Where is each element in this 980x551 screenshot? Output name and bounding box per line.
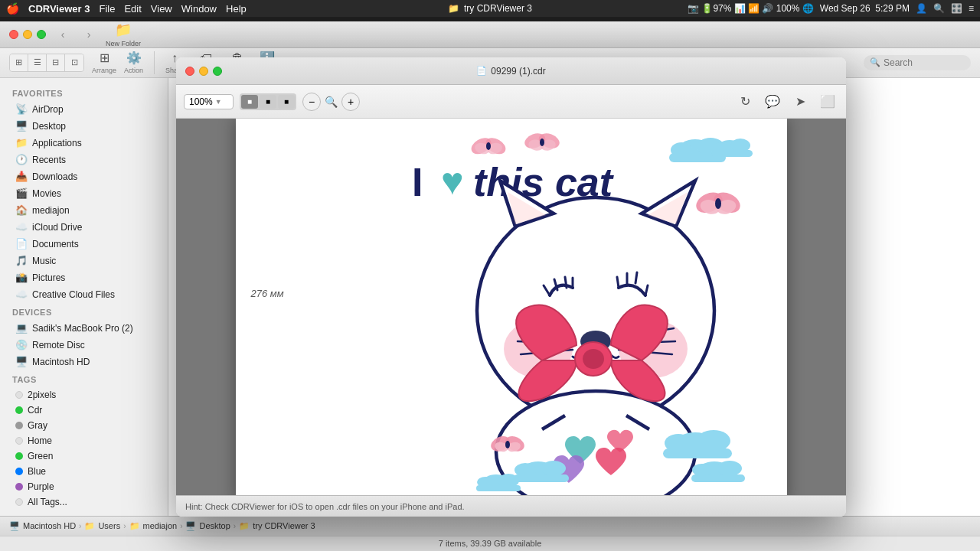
cdr-close-button[interactable] [185, 67, 194, 76]
share-button[interactable]: ➤ [789, 91, 811, 112]
breadcrumb-mediajon[interactable]: mediajon [143, 521, 178, 530]
sidebar-item-recents[interactable]: 🕐 Recents [3, 152, 165, 168]
close-button[interactable] [9, 30, 18, 39]
breadcrumb-macintosh[interactable]: Macintosh HD [23, 521, 76, 530]
menubar-search-icon[interactable]: 🔍 [933, 3, 945, 14]
action-button[interactable]: ⚙️ Action [124, 51, 143, 74]
zoom-display[interactable]: 100% ▼ [184, 94, 234, 109]
sidebar-item-macintosh-hd[interactable]: 🖥️ Macintosh HD [3, 354, 165, 370]
expand-button[interactable]: ⬜ [817, 91, 838, 112]
window-menu[interactable]: Window [181, 3, 217, 15]
sidebar-item-tag-home[interactable]: Home [3, 433, 165, 448]
refresh-button[interactable]: ↻ [734, 91, 756, 112]
list-view-button[interactable]: ☰ [28, 54, 47, 71]
music-label: Music [32, 256, 56, 266]
sidebar-item-pictures[interactable]: 📸 Pictures [3, 269, 165, 286]
svg-line-37 [635, 272, 637, 283]
column-view-button[interactable]: ⊟ [47, 54, 65, 71]
breadcrumb-arrow-4: › [234, 522, 236, 530]
airdrop-label: AirDrop [32, 104, 64, 115]
zoom-controls: − 🔍 + [302, 93, 360, 111]
svg-rect-70 [663, 448, 732, 458]
menubar-control-icon[interactable]: ≡ [969, 3, 974, 14]
search-bar[interactable]: 🔍 [864, 55, 971, 70]
sidebar-item-tag-blue[interactable]: Blue [3, 464, 165, 479]
help-menu[interactable]: Help [226, 3, 247, 15]
cdr-toolbar: 100% ▼ ■ ■ ■ − 🔍 + ↻ 💬 ➤ ⬜ [176, 85, 846, 119]
sidebar-item-airdrop[interactable]: 📡 AirDrop [3, 101, 165, 118]
movies-label: Movies [32, 188, 61, 199]
menubar-clock: Wed Sep 26 5:29 PM [820, 3, 910, 14]
view-mode-btn-2[interactable]: ■ [260, 95, 276, 109]
sidebar-item-tag-gray[interactable]: Gray [3, 418, 165, 433]
finder-traffic-lights [9, 30, 46, 39]
sidebar-item-tag-2pixels[interactable]: 2pixels [3, 387, 165, 403]
icon-view-button[interactable]: ⊞ [10, 54, 28, 71]
new-folder-label: New Folder [106, 40, 141, 47]
creative-cloud-label: Creative Cloud Files [32, 289, 115, 300]
tag-all-dot [15, 498, 23, 506]
app-name-menu[interactable]: CDRViewer 3 [28, 3, 90, 15]
documents-icon: 📄 [15, 238, 28, 250]
fullscreen-button[interactable] [37, 30, 46, 39]
edit-menu[interactable]: Edit [124, 3, 141, 15]
tags-header: Tags [0, 370, 168, 387]
gallery-view-button[interactable]: ⊡ [65, 54, 83, 71]
recents-icon: 🕐 [15, 154, 28, 166]
tag-green-dot [15, 452, 23, 460]
movies-icon: 🎬 [15, 187, 28, 200]
music-icon: 🎵 [15, 255, 28, 267]
icloud-label: iCloud Drive [32, 222, 82, 233]
menubar-user-icon[interactable]: 👤 [916, 3, 927, 14]
zoom-in-button[interactable]: + [341, 93, 360, 111]
svg-text:♥: ♥ [441, 160, 464, 203]
sidebar-item-applications[interactable]: 📁 Applications [3, 135, 165, 152]
svg-point-58 [505, 441, 510, 448]
sidebar-item-remote-disc[interactable]: 💿 Remote Disc [3, 337, 165, 354]
svg-rect-66 [476, 485, 521, 491]
cdr-minimize-button[interactable] [199, 67, 208, 76]
view-menu[interactable]: View [151, 3, 172, 15]
chat-button[interactable]: 💬 [762, 91, 783, 112]
apple-menu[interactable]: 🍎 [6, 2, 19, 15]
breadcrumb-users[interactable]: Users [98, 521, 120, 530]
back-button[interactable]: ‹ [54, 25, 72, 44]
cdr-fullscreen-button[interactable] [213, 67, 222, 76]
arrange-button[interactable]: ⊞ Arrange [92, 51, 116, 74]
sidebar-item-creative-cloud[interactable]: ☁️ Creative Cloud Files [3, 286, 165, 303]
sidebar-item-movies[interactable]: 🎬 Movies [3, 185, 165, 202]
sidebar-item-documents[interactable]: 📄 Documents [3, 236, 165, 253]
breadcrumb-users-icon: 📁 [84, 521, 95, 531]
sidebar-item-downloads[interactable]: 📥 Downloads [3, 168, 165, 185]
sidebar-item-tag-green[interactable]: Green [3, 448, 165, 464]
breadcrumb-try-cdrviewer[interactable]: try CDRViewer 3 [253, 521, 315, 530]
recents-label: Recents [32, 155, 66, 165]
zoom-search-icon[interactable]: 🔍 [325, 96, 338, 108]
cdr-statusbar: Hint: Check CDRViewer for iOS to open .c… [176, 495, 846, 517]
view-mode-btn-3[interactable]: ■ [278, 95, 295, 109]
search-input[interactable] [884, 57, 965, 68]
svg-text:I: I [412, 160, 422, 204]
breadcrumb-desktop[interactable]: Desktop [199, 521, 230, 530]
forward-button[interactable]: › [80, 25, 98, 44]
zoom-out-button[interactable]: − [302, 93, 321, 111]
macbook-label: Sadik's MacBook Pro (2) [32, 323, 133, 334]
sidebar-item-tag-all[interactable]: All Tags... [3, 494, 165, 510]
tag-home-dot [15, 437, 23, 445]
menubar-notification-icon[interactable]: 🎛️ [951, 3, 962, 14]
sidebar-item-desktop[interactable]: 🖥️ Desktop [3, 118, 165, 135]
new-folder-button[interactable]: 📁 New Folder [106, 21, 141, 47]
cdr-hint-text: Hint: Check CDRViewer for iOS to open .c… [185, 502, 465, 511]
sidebar-item-macbook[interactable]: 💻 Sadik's MacBook Pro (2) [3, 320, 165, 337]
sidebar-item-icloud-drive[interactable]: ☁️ iCloud Drive [3, 219, 165, 236]
sidebar-item-tag-purple[interactable]: Purple [3, 479, 165, 494]
cdr-file-icon: 📄 [476, 66, 487, 76]
arrange-label: Arrange [92, 67, 116, 74]
view-mode-btn-1[interactable]: ■ [241, 95, 258, 109]
sidebar-item-music[interactable]: 🎵 Music [3, 253, 165, 269]
file-menu[interactable]: File [99, 3, 115, 15]
remote-disc-icon: 💿 [15, 339, 28, 351]
sidebar-item-tag-cdr[interactable]: Cdr [3, 403, 165, 418]
minimize-button[interactable] [23, 30, 32, 39]
sidebar-item-mediajon[interactable]: 🏠 mediajon [3, 202, 165, 219]
